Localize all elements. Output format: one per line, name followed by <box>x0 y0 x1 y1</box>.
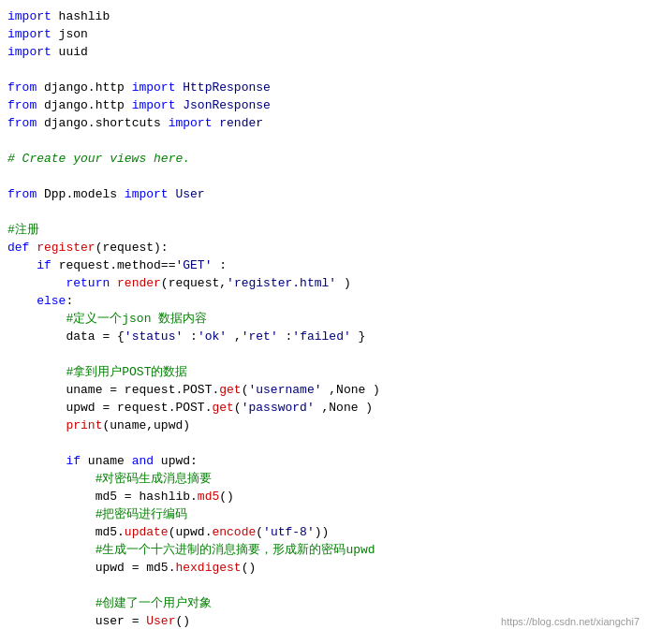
code-token: register <box>37 239 95 256</box>
code-token <box>7 452 66 470</box>
code-token: request.method== <box>51 256 176 274</box>
code-token: render <box>212 114 263 132</box>
code-line <box>0 132 647 150</box>
code-token: django.http <box>37 96 131 114</box>
code-token: : <box>66 292 73 310</box>
code-token: Dpp.models <box>37 185 125 203</box>
code-line: if uname and upwd: <box>0 452 647 470</box>
code-token <box>7 541 96 559</box>
code-token: data = { <box>66 328 124 345</box>
code-token: 'status' <box>125 328 183 345</box>
code-token: () <box>242 559 257 577</box>
code-line: def register(request): <box>0 239 647 256</box>
code-line: print(uname,upwd) <box>0 417 647 434</box>
code-token: () <box>175 612 190 630</box>
code-token: hashlib <box>51 7 110 25</box>
code-token: import <box>7 25 51 43</box>
code-token: from <box>7 79 37 96</box>
code-line: #创建了一个用户对象 <box>0 594 647 612</box>
code-token: User <box>169 185 205 203</box>
code-line: upwd = md5.hexdigest() <box>0 559 647 577</box>
code-line: data = {'status' :'ok' ,'ret' :'failed' … <box>0 328 647 345</box>
code-token: JsonResponse <box>175 96 270 114</box>
code-token <box>110 274 117 292</box>
code-line <box>0 61 647 79</box>
code-token: #注册 <box>7 221 39 239</box>
code-token: json <box>51 25 88 43</box>
code-token <box>7 523 96 541</box>
code-token: 'failed' <box>292 328 350 345</box>
code-token: 'utf-8' <box>263 523 315 541</box>
code-token: 'username' <box>248 381 321 399</box>
code-line <box>0 577 647 594</box>
code-line: md5.update(upwd.encode('utf-8')) <box>0 523 647 541</box>
code-line: #拿到用户POST的数据 <box>0 363 647 381</box>
code-line: from django.http import JsonResponse <box>0 96 647 114</box>
code-line <box>0 168 647 185</box>
code-line: else: <box>0 292 647 310</box>
code-token: else <box>37 292 66 310</box>
code-token: () <box>219 488 234 505</box>
code-token: 'ret' <box>242 328 278 345</box>
code-token: md5 = hashlib. <box>96 488 198 505</box>
code-line <box>0 345 647 363</box>
code-token: render <box>117 274 161 292</box>
code-token: #生成一个十六进制的消息摘要，形成新的密码upwd <box>96 541 375 559</box>
code-token: ,None ) <box>321 381 379 399</box>
code-token: and <box>132 452 154 470</box>
code-token: uuid <box>51 43 88 61</box>
code-token: def <box>7 239 29 256</box>
code-token: ) <box>336 274 351 292</box>
code-line: upwd = request.POST.get('password' ,None… <box>0 399 647 417</box>
code-token: if <box>37 256 51 274</box>
code-line <box>0 434 647 452</box>
code-token: (upwd. <box>169 523 213 541</box>
code-token: md5. <box>96 523 125 541</box>
code-token <box>7 505 96 523</box>
code-token: ( <box>234 399 242 417</box>
code-token: #创建了一个用户对象 <box>96 594 213 612</box>
code-editor: import hashlibimport jsonimport uuid fro… <box>0 0 647 644</box>
code-token: encode <box>212 523 256 541</box>
code-token <box>7 559 96 577</box>
code-line: uname = request.POST.get('username' ,Non… <box>0 381 647 399</box>
code-token: import <box>125 185 169 203</box>
code-token: get <box>219 381 241 399</box>
code-token: print <box>66 417 102 434</box>
code-token: upwd: <box>154 452 198 470</box>
code-line: from Dpp.models import User <box>0 185 647 203</box>
code-line <box>0 203 647 221</box>
code-token: 'GET' <box>175 256 212 274</box>
code-token: : <box>278 328 293 345</box>
code-token: from <box>7 114 37 132</box>
code-token: ,None ) <box>315 399 373 417</box>
watermark: https://blog.csdn.net/xiangchi7 <box>501 616 640 627</box>
code-token <box>7 399 66 417</box>
code-line: return render(request,'register.html' ) <box>0 274 647 292</box>
code-token: return <box>66 274 110 292</box>
code-line: from django.http import HttpResponse <box>0 79 647 96</box>
code-line: #对密码生成消息摘要 <box>0 470 647 488</box>
code-token: update <box>125 523 169 541</box>
code-token: ( <box>256 523 263 541</box>
code-token: django.http <box>37 79 131 96</box>
code-token: , <box>227 328 242 345</box>
code-token: (request, <box>161 274 227 292</box>
code-line: from django.shortcuts import render <box>0 114 647 132</box>
code-line: # Create your views here. <box>0 150 647 168</box>
code-token: 'register.html' <box>227 274 336 292</box>
code-line: import json <box>0 25 647 43</box>
code-token: import <box>7 7 51 25</box>
code-token: uname <box>81 452 132 470</box>
code-token: (request): <box>96 239 169 256</box>
code-token: if <box>66 452 81 470</box>
code-token: import <box>7 43 51 61</box>
code-token: md5 <box>198 488 219 505</box>
code-token: User <box>146 612 175 630</box>
code-token: #把密码进行编码 <box>96 505 188 523</box>
code-token: from <box>7 185 37 203</box>
code-line: #把密码进行编码 <box>0 505 647 523</box>
code-token: import <box>132 96 176 114</box>
code-token <box>7 417 66 434</box>
code-content: import hashlibimport jsonimport uuid fro… <box>0 7 647 630</box>
